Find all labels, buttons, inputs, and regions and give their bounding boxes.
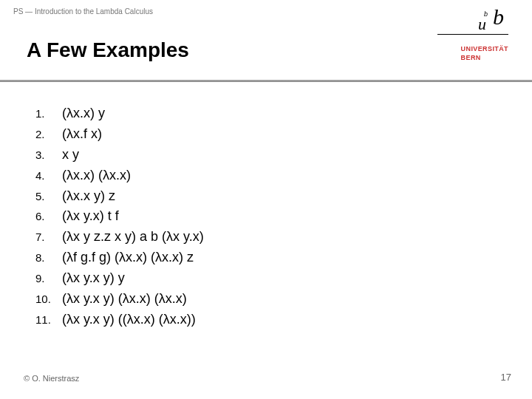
item-expr: (λx y.x y) (λx.x) (λx.x) <box>62 289 187 310</box>
list-item: 4. (λx.x) (λx.x) <box>35 166 204 186</box>
list-item: 10. (λx y.x y) (λx.x) (λx.x) <box>35 289 204 310</box>
examples-list: 1. (λx.x) y 2. (λx.f x) 3. x y 4. (λx.x)… <box>35 103 204 330</box>
logo-university-text: UNIVERSITÄT BERN <box>461 44 508 62</box>
item-expr: (λx y z.z x y) a b (λx y.x) <box>62 227 204 248</box>
item-expr: (λx.x) y <box>62 103 105 124</box>
item-number: 3. <box>35 145 62 166</box>
item-expr: (λx.x) (λx.x) <box>62 166 131 186</box>
item-number: 1. <box>35 103 62 124</box>
logo-sup: b <box>484 10 488 18</box>
item-expr: (λx.f x) <box>62 124 102 145</box>
item-expr: (λx.x y) z <box>62 186 115 207</box>
item-number: 11. <box>35 310 62 330</box>
item-expr: (λf g.f g) (λx.x) (λx.x) z <box>62 248 194 268</box>
list-item: 8. (λf g.f g) (λx.x) (λx.x) z <box>35 248 204 268</box>
list-item: 9. (λx y.x y) y <box>35 268 204 289</box>
page-title: A Few Examples <box>27 38 189 62</box>
item-expr: (λx y.x y) ((λx.x) (λx.x)) <box>62 310 196 330</box>
page-number: 17 <box>501 372 511 383</box>
logo-letter-b: b <box>493 4 504 30</box>
list-item: 2. (λx.f x) <box>35 124 204 145</box>
item-number: 9. <box>35 268 62 289</box>
slide: PS — Introduction to the Lambda Calculus… <box>0 0 532 399</box>
list-item: 11. (λx y.x y) ((λx.x) (λx.x)) <box>35 310 204 330</box>
item-number: 8. <box>35 248 62 268</box>
item-number: 2. <box>35 124 62 145</box>
breadcrumb: PS — Introduction to the Lambda Calculus <box>13 7 153 16</box>
item-expr: (λx y.x y) y <box>62 268 125 289</box>
item-number: 4. <box>35 166 62 186</box>
item-number: 7. <box>35 227 62 248</box>
list-item: 5. (λx.x y) z <box>35 186 204 207</box>
item-expr: (λx y.x) t f <box>62 206 119 227</box>
item-number: 5. <box>35 186 62 207</box>
list-item: 7. (λx y z.z x y) a b (λx y.x) <box>35 227 204 248</box>
item-number: 10. <box>35 289 62 310</box>
university-logo: u b b UNIVERSITÄT BERN <box>427 3 508 80</box>
list-item: 6. (λx y.x) t f <box>35 206 204 227</box>
copyright: © O. Nierstrasz <box>24 374 79 383</box>
list-item: 1. (λx.x) y <box>35 103 204 124</box>
logo-divider <box>437 34 508 35</box>
list-item: 3. x y <box>35 145 204 166</box>
item-expr: x y <box>62 145 79 166</box>
item-number: 6. <box>35 206 62 227</box>
header-rule <box>0 80 532 82</box>
